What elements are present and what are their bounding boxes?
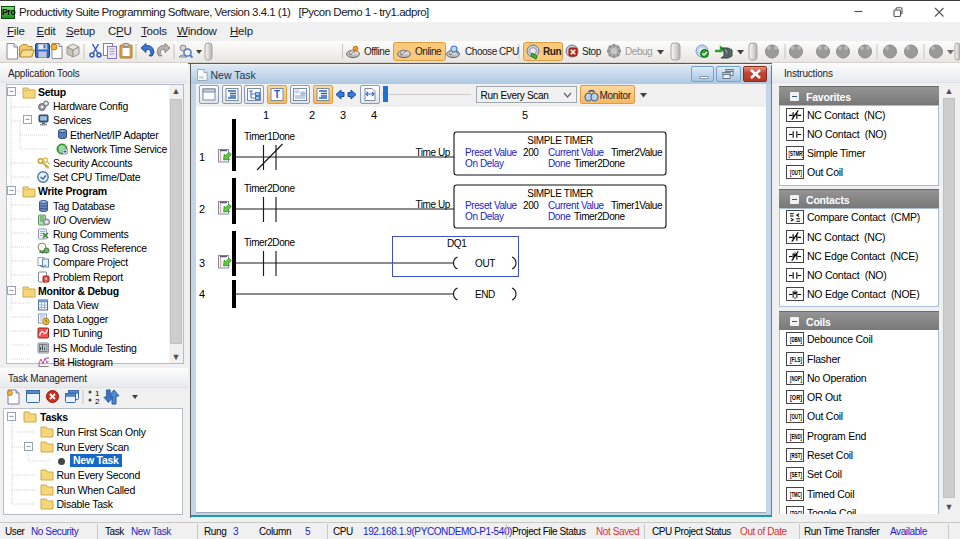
- svg-text:Timer2Done: Timer2Done: [244, 237, 295, 248]
- svg-text:4: 4: [199, 288, 205, 300]
- svg-text:Time Up: Time Up: [415, 199, 450, 210]
- svg-text:T: T: [273, 89, 279, 100]
- svg-text:Timer1Value: Timer1Value: [611, 200, 663, 211]
- svg-text:[RST]: [RST]: [790, 452, 802, 460]
- svg-text:Timer1Done: Timer1Done: [244, 131, 295, 142]
- svg-text:2: 2: [95, 397, 100, 406]
- svg-text:[TMC]: [TMC]: [790, 491, 802, 499]
- svg-text:Current Value: Current Value: [548, 147, 605, 158]
- svg-text:On Delay: On Delay: [465, 158, 504, 169]
- svg-text:OUT: OUT: [475, 258, 495, 269]
- svg-text:END: END: [475, 289, 495, 300]
- svg-text:[DBN]: [DBN]: [790, 336, 802, 344]
- svg-text:Timer2Done: Timer2Done: [574, 211, 625, 222]
- svg-text:SIMPLE TIMER: SIMPLE TIMER: [527, 188, 593, 199]
- svg-text:Current Value: Current Value: [548, 200, 605, 211]
- svg-text:[OUT]: [OUT]: [790, 413, 802, 421]
- svg-text:Timer2Value: Timer2Value: [611, 147, 663, 158]
- svg-text:200: 200: [523, 147, 539, 158]
- svg-text:Time Up: Time Up: [415, 147, 450, 158]
- svg-text:[TGC]: [TGC]: [790, 510, 802, 514]
- svg-text:Timer2Done: Timer2Done: [574, 158, 625, 169]
- svg-text:Done: Done: [548, 158, 571, 169]
- svg-text:Preset Value: Preset Value: [465, 147, 518, 158]
- svg-text:Preset Value: Preset Value: [465, 200, 518, 211]
- svg-text:1: 1: [199, 151, 205, 163]
- svg-text:Done: Done: [548, 211, 571, 222]
- svg-text:[STMR]: [STMR]: [789, 150, 804, 158]
- svg-text:[OR]: [OR]: [790, 394, 802, 402]
- svg-text:[NOP]: [NOP]: [790, 375, 802, 383]
- svg-text:DQ1: DQ1: [447, 238, 467, 249]
- svg-text:3: 3: [199, 257, 205, 269]
- svg-text:[OUT]: [OUT]: [790, 169, 802, 177]
- svg-text:Timer2Done: Timer2Done: [244, 183, 295, 194]
- svg-text:200: 200: [523, 200, 539, 211]
- svg-text:[FLS]: [FLS]: [790, 356, 802, 364]
- svg-text:2: 2: [199, 203, 205, 215]
- svg-text:On Delay: On Delay: [465, 211, 504, 222]
- svg-text:[END]: [END]: [790, 433, 802, 441]
- svg-text:SIMPLE TIMER: SIMPLE TIMER: [527, 135, 593, 146]
- svg-text:[SET]: [SET]: [790, 471, 802, 479]
